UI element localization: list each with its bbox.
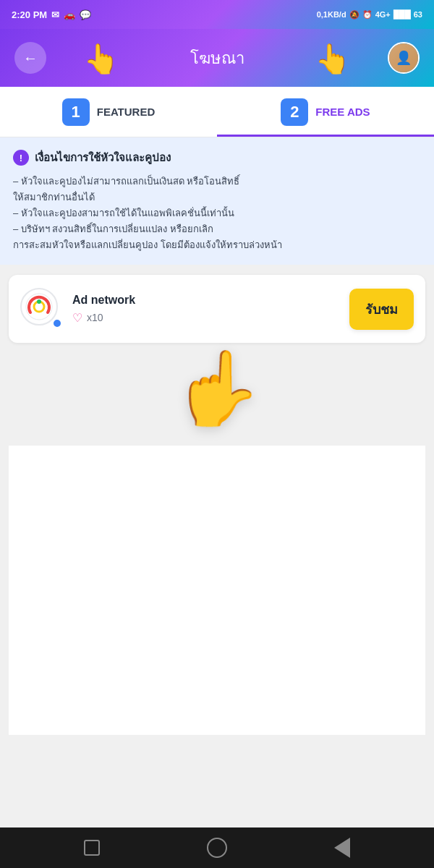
hand-right-icon: 👆 (315, 42, 351, 76)
tab-free-ads[interactable]: 2 FREE ADS (217, 87, 434, 137)
info-title: ! เงื่อนไขการใช้หัวใจและคูปอง (13, 149, 421, 166)
nav-circle-icon (207, 838, 227, 858)
nav-square-button[interactable] (79, 835, 105, 861)
ad-logo-dot (52, 318, 62, 328)
nav-back-button[interactable] (329, 835, 355, 861)
avatar-image: 👤 (389, 43, 418, 72)
ad-logo (20, 288, 62, 330)
content-area (9, 446, 425, 735)
tab-free-ads-label: FREE ADS (315, 106, 370, 118)
ad-logo-svg (25, 292, 54, 321)
status-bar: 2:20 PM ✉ 🚗 💬 0,1KB/d 🔕 ⏰ 4G+ ▉▉▉ 63 (0, 0, 434, 29)
signal-type: 4G+ (375, 10, 391, 19)
bubble-icon: 💬 (80, 9, 91, 20)
tab-featured-label: FEATURED (97, 106, 156, 118)
nav-home-button[interactable] (204, 835, 230, 861)
info-icon: ! (13, 150, 29, 166)
ad-info: Ad network ♡ x10 (72, 294, 339, 325)
car-icon: 🚗 (64, 9, 75, 20)
header: ← 👆 โฆษณา 👆 👤 (0, 29, 434, 87)
signal-bars: ▉▉▉ (393, 10, 411, 20)
info-box: ! เงื่อนไขการใช้หัวใจและคูปอง – หัวใจและ… (0, 137, 434, 265)
tab-free-ads-number: 2 (281, 98, 308, 126)
avatar[interactable]: 👤 (388, 42, 420, 74)
hand-pointing-icon: 👆 (172, 346, 263, 431)
back-icon: ← (23, 50, 38, 67)
join-button[interactable]: รับชม (349, 289, 414, 330)
status-right: 0,1KB/d 🔕 ⏰ 4G+ ▉▉▉ 63 (317, 10, 422, 20)
back-button[interactable]: ← (14, 42, 46, 74)
mute-icon: 🔕 (349, 10, 359, 20)
hand-left-icon: 👆 (83, 42, 119, 76)
msg-icon: ✉ (51, 9, 59, 20)
battery: 63 (414, 10, 422, 19)
nav-triangle-icon (334, 838, 350, 858)
tab-featured-number: 1 (62, 98, 90, 126)
info-text: – หัวใจและคูปองไม่สามารถแลกเป็นเงินสด หร… (13, 174, 421, 253)
ad-name: Ad network (72, 294, 339, 307)
network-speed: 0,1KB/d (317, 10, 346, 19)
nav-square-icon (84, 840, 100, 856)
status-left: 2:20 PM ✉ 🚗 💬 (12, 9, 91, 20)
heart-icon: ♡ (72, 311, 82, 325)
svg-point-2 (37, 299, 41, 304)
page-title: โฆษณา (190, 46, 244, 71)
ad-card: Ad network ♡ x10 รับชม (9, 275, 425, 343)
ad-likes: ♡ x10 (72, 311, 339, 325)
header-right: 👤 (388, 42, 420, 74)
tabs-section: 1 FEATURED 2 FREE ADS (0, 87, 434, 137)
hand-pointing-container: 👆 (0, 346, 434, 431)
likes-count: x10 (87, 312, 103, 323)
time: 2:20 PM (12, 9, 47, 20)
bottom-navigation (0, 827, 434, 868)
tab-featured[interactable]: 1 FEATURED (0, 87, 217, 137)
tab-active-indicator (217, 135, 434, 137)
alarm-icon: ⏰ (362, 10, 373, 20)
